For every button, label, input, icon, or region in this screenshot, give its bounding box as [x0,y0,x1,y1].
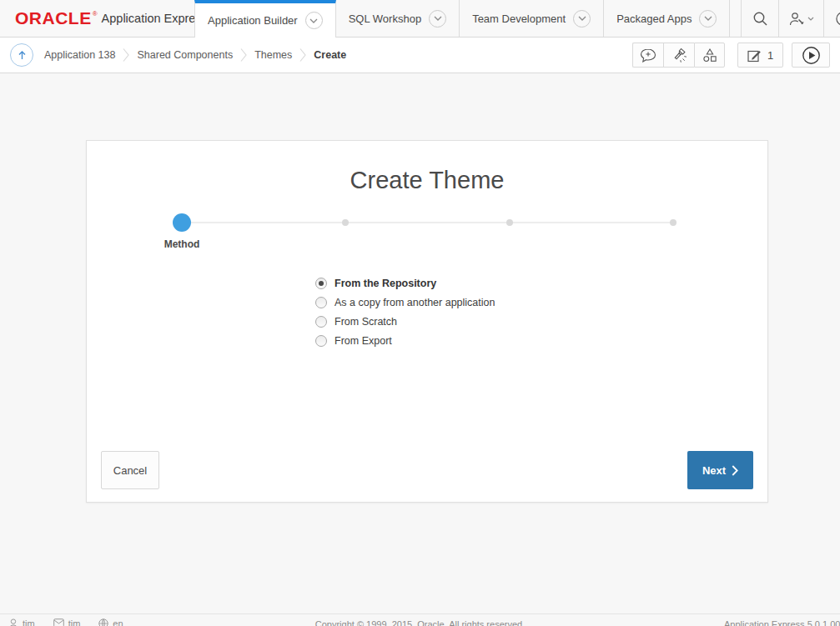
step-dot [670,219,677,226]
breadcrumb-item-themes[interactable]: Themes [254,49,292,61]
shared-components-icon[interactable] [694,43,725,68]
breadcrumb-separator-icon [299,48,306,63]
cancel-button[interactable]: Cancel [101,451,159,489]
chevron-right-icon [732,465,738,476]
nav-divider [730,0,742,37]
chevron-down-icon[interactable] [305,12,323,29]
up-level-icon[interactable] [10,43,33,67]
tab-label: Team Development [472,13,566,25]
radio-icon[interactable] [315,278,327,289]
tab-packaged-apps[interactable]: Packaged Apps [604,0,730,37]
spotlight-search-icon[interactable] [663,43,694,68]
next-button[interactable]: Next [687,451,753,489]
breadcrumb-item-create: Create [314,49,346,61]
registered-mark: ® [93,10,98,18]
step-dot [342,219,349,226]
page-toolbar: 1 [632,43,830,68]
radio-from-the-repository[interactable]: From the Repository [315,278,495,289]
chevron-down-icon[interactable] [699,10,717,28]
radio-icon[interactable] [315,316,327,328]
feedback-icon[interactable] [632,43,663,68]
tab-label: Packaged Apps [616,13,692,25]
footer: tim tim en Copyright © 1999, 2015, Oracl… [0,613,840,626]
chevron-down-icon[interactable] [573,10,591,28]
nav-tabs: Application Builder SQL Workshop Team De… [194,0,730,37]
tab-label: Application Builder [208,14,298,27]
admin-icon[interactable] [778,0,823,37]
step-dot [506,219,513,226]
product-name: Application Express [102,12,208,25]
radio-label: From the Repository [334,278,436,289]
breadcrumb-separator-icon [123,48,129,63]
top-nav: ORACLE ® Application Express Application… [0,0,840,38]
method-radio-group: From the Repository As a copy from anoth… [315,278,495,347]
radio-from-scratch[interactable]: From Scratch [315,316,495,328]
radio-label: From Export [334,335,392,347]
radio-icon[interactable] [315,297,327,308]
run-page-icon [802,46,821,65]
tab-label: SQL Workshop [349,13,421,25]
footer-version: Application Express 5.0.1.00.06 [724,619,840,626]
breadcrumb-item-application[interactable]: Application 138 [44,49,115,61]
oracle-logo: ORACLE [15,8,92,28]
edit-page-number: 1 [767,49,773,62]
nav-utility-icons: ? [730,0,840,37]
search-icon[interactable] [742,0,778,37]
radio-as-a-copy[interactable]: As a copy from another application [315,297,495,308]
page-title: Create Theme [87,167,767,194]
toolbar-button-group [632,43,725,68]
chevron-down-icon [807,17,814,21]
tab-application-builder[interactable]: Application Builder [194,0,336,38]
step-label-method: Method [148,238,215,250]
wizard-progress-track [182,222,674,223]
radio-from-export[interactable]: From Export [315,335,495,347]
next-button-label: Next [702,464,726,477]
tab-team-development[interactable]: Team Development [460,0,604,37]
radio-label: As a copy from another application [334,297,495,308]
help-icon[interactable]: ? [823,0,840,37]
radio-label: From Scratch [334,316,397,328]
brand: ORACLE ® Application Express [0,0,194,37]
create-theme-wizard-card: Create Theme Method From the Repository … [86,140,768,503]
radio-icon[interactable] [315,335,327,347]
edit-page-icon [747,48,762,63]
chevron-down-icon[interactable] [429,10,446,28]
breadcrumb-separator-icon [240,48,247,63]
breadcrumb-item-shared-components[interactable]: Shared Components [137,49,233,61]
step-dot-method [173,213,191,232]
edit-page-button[interactable]: 1 [737,43,783,68]
breadcrumb-bar: Application 138 Shared Components Themes… [0,38,840,73]
run-page-button[interactable] [792,43,830,68]
footer-copyright: Copyright © 1999, 2015, Oracle. All righ… [0,619,840,626]
breadcrumb: Application 138 Shared Components Themes… [10,43,346,67]
tab-sql-workshop[interactable]: SQL Workshop [336,0,460,37]
